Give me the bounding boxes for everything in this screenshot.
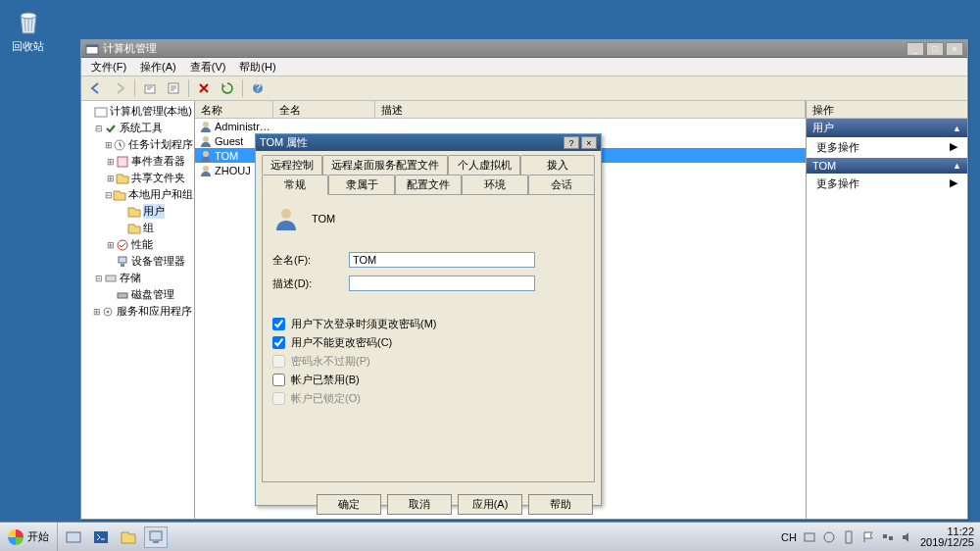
tree-users[interactable]: 用户 (81, 203, 194, 220)
tray-icon[interactable] (842, 530, 856, 544)
close-button[interactable]: × (946, 42, 963, 56)
taskbar-server-manager[interactable] (62, 526, 85, 548)
checkbox-never-expires-row: 密码永不过期(P) (272, 354, 584, 369)
dialog-title: TOM 属性 (260, 135, 564, 150)
up-button[interactable] (139, 78, 161, 98)
tab-content-general: TOM 全名(F): 描述(D): 用户下次登录时须更改密码(M) 用户不能更改… (262, 194, 595, 482)
dialog-titlebar[interactable]: TOM 属性 ? × (256, 134, 601, 151)
tab-personal-vm[interactable]: 个人虚拟机 (448, 155, 520, 175)
tab-remote-desktop[interactable]: 远程桌面服务配置文件 (322, 155, 448, 175)
actions-band-users[interactable]: 用户▲ (807, 119, 967, 137)
menu-file[interactable]: 文件(F) (85, 58, 132, 76)
checkbox-must-change[interactable] (272, 318, 285, 330)
checkbox-cannot-change[interactable] (272, 336, 285, 349)
properties-dialog: TOM 属性 ? × 远程控制 远程桌面服务配置文件 个人虚拟机 拨入 常规 隶… (255, 133, 602, 506)
tree-root[interactable]: 计算机管理(本地) (81, 103, 194, 120)
checkbox-disabled[interactable] (272, 374, 285, 386)
taskbar-computer-management[interactable] (144, 526, 168, 548)
apply-button[interactable]: 应用(A) (458, 494, 522, 515)
clock[interactable]: 11:22 2019/12/25 (920, 526, 974, 548)
recycle-bin[interactable]: 回收站 (12, 6, 44, 54)
tree-performance[interactable]: ⊞性能 (81, 236, 194, 253)
recycle-bin-label: 回收站 (12, 39, 44, 54)
maximize-button[interactable]: □ (926, 42, 944, 56)
taskbar-explorer[interactable] (117, 526, 140, 548)
col-name[interactable]: 名称 (195, 101, 273, 118)
tray-network-icon[interactable] (881, 530, 895, 544)
svg-rect-11 (119, 257, 126, 263)
help-button[interactable]: 帮助 (528, 494, 593, 515)
window-titlebar[interactable]: 计算机管理 _ □ × (81, 40, 967, 58)
tree-task-scheduler[interactable]: ⊞任务计划程序 (81, 136, 194, 153)
actions-header: 操作 (807, 101, 967, 119)
chevron-right-icon: ▶ (950, 140, 957, 155)
menu-action[interactable]: 操作(A) (134, 58, 182, 76)
svg-rect-29 (889, 536, 893, 540)
svg-point-19 (203, 151, 209, 157)
tree-local-users-groups[interactable]: ⊟本地用户和组 (81, 186, 194, 203)
list-item[interactable]: Administr… (195, 119, 806, 133)
start-button[interactable]: 开始 (0, 523, 58, 551)
actions-more-tom[interactable]: 更多操作▶ (807, 174, 967, 194)
checkbox-must-change-row[interactable]: 用户下次登录时须更改密码(M) (272, 317, 584, 331)
tab-sessions[interactable]: 会话 (528, 175, 595, 194)
tray-volume-icon[interactable] (901, 530, 914, 544)
dialog-tabs: 远程控制 远程桌面服务配置文件 个人虚拟机 拨入 常规 隶属于 配置文件 环境 … (256, 151, 601, 194)
tree-system-tools[interactable]: ⊟系统工具 (81, 120, 194, 136)
tree-storage[interactable]: ⊟存储 (81, 270, 194, 286)
tray-icon[interactable] (803, 530, 816, 544)
cancel-button[interactable]: 取消 (387, 494, 452, 515)
window-title: 计算机管理 (103, 41, 906, 56)
tab-remote-control[interactable]: 远程控制 (262, 155, 322, 175)
tree-disk-management[interactable]: 磁盘管理 (81, 286, 194, 303)
taskbar-powershell[interactable] (89, 526, 113, 548)
toolbar: ? (81, 76, 967, 101)
svg-point-16 (107, 310, 110, 313)
svg-rect-14 (118, 293, 127, 298)
language-indicator[interactable]: CH (781, 531, 797, 543)
dialog-close-button[interactable]: × (581, 136, 597, 149)
tab-environment[interactable]: 环境 (462, 175, 528, 194)
tree-shared-folders[interactable]: ⊞共享文件夹 (81, 170, 194, 186)
tray-icon[interactable] (822, 530, 836, 544)
collapse-icon[interactable]: ▲ (953, 124, 961, 133)
tab-profile[interactable]: 配置文件 (395, 175, 462, 194)
delete-button[interactable] (193, 78, 215, 98)
refresh-button[interactable] (217, 78, 238, 98)
tab-memberof[interactable]: 隶属于 (328, 175, 395, 194)
menubar: 文件(F) 操作(A) 查看(V) 帮助(H) (81, 58, 967, 76)
tree-device-manager[interactable]: 设备管理器 (81, 253, 194, 270)
tray-flag-icon[interactable] (861, 530, 875, 544)
minimize-button[interactable]: _ (906, 42, 924, 56)
help-button[interactable]: ? (247, 78, 269, 98)
ok-button[interactable]: 确定 (317, 494, 381, 515)
menu-help[interactable]: 帮助(H) (233, 58, 281, 76)
svg-point-17 (203, 122, 209, 127)
tab-dialin[interactable]: 拨入 (520, 155, 595, 175)
svg-rect-23 (94, 531, 108, 543)
back-button[interactable] (85, 78, 107, 98)
description-input[interactable] (349, 276, 535, 291)
fullname-input[interactable] (349, 252, 535, 268)
svg-rect-7 (95, 108, 107, 117)
svg-rect-28 (883, 534, 887, 538)
menu-view[interactable]: 查看(V) (184, 58, 232, 76)
checkbox-locked (272, 392, 285, 405)
collapse-icon[interactable]: ▲ (953, 161, 961, 171)
col-fullname[interactable]: 全名 (273, 101, 375, 118)
actions-more-users[interactable]: 更多操作▶ (807, 137, 967, 158)
checkbox-cannot-change-row[interactable]: 用户不能更改密码(C) (272, 335, 584, 350)
tree-groups[interactable]: 组 (81, 220, 194, 236)
dialog-help-button[interactable]: ? (564, 136, 579, 149)
svg-rect-26 (805, 533, 814, 541)
properties-button[interactable] (163, 78, 184, 98)
tree-event-viewer[interactable]: ⊞事件查看器 (81, 153, 194, 170)
description-label: 描述(D): (272, 276, 349, 291)
col-description[interactable]: 描述 (375, 101, 806, 118)
tab-general[interactable]: 常规 (262, 175, 328, 195)
actions-band-tom[interactable]: TOM▲ (807, 158, 967, 174)
checkbox-disabled-row[interactable]: 帐户已禁用(B) (272, 373, 584, 387)
navigation-tree[interactable]: 计算机管理(本地) ⊟系统工具 ⊞任务计划程序 ⊞事件查看器 ⊞共享文件夹 ⊟本… (81, 101, 195, 519)
forward-button[interactable] (109, 78, 130, 98)
tree-services-apps[interactable]: ⊞服务和应用程序 (81, 303, 194, 320)
